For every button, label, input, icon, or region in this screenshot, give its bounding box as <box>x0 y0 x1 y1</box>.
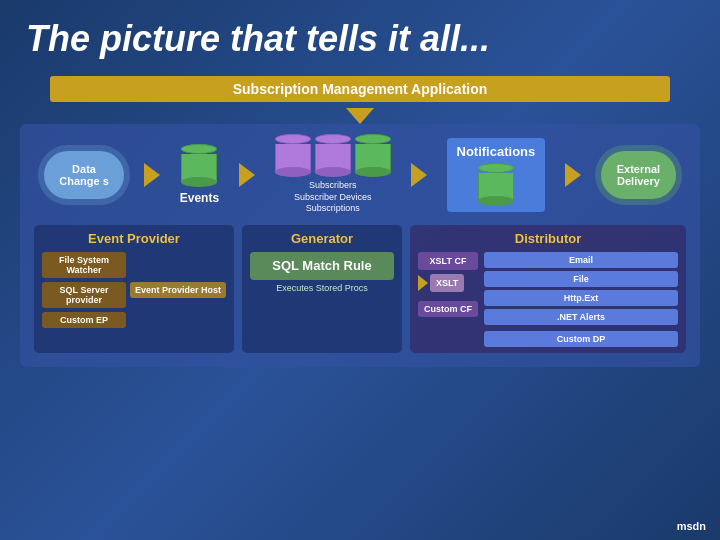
external-delivery-cloud: External Delivery <box>601 151 676 199</box>
distributor-title: Distributor <box>418 231 678 246</box>
arrow-down-from-subbar <box>346 108 374 124</box>
netalerts-item: .NET Alerts <box>484 309 678 325</box>
distributor-panel: Distributor XSLT CF XSLT Custom CF <box>410 225 686 353</box>
dist-row: XSLT CF XSLT Custom CF Email File Ht <box>418 252 678 347</box>
events-label: Events <box>180 191 219 205</box>
sql-server-provider-box: SQL Server provider <box>42 282 126 308</box>
xslt-cf-box: XSLT CF <box>418 252 478 270</box>
dist-left: XSLT CF XSLT Custom CF <box>418 252 478 317</box>
events-cylinder <box>181 144 217 187</box>
sub-mgmt-bar: Subscription Management Application <box>50 76 670 102</box>
ep-items: File System Watcher SQL Server provider … <box>42 252 226 328</box>
generator-title: Generator <box>250 231 394 246</box>
cyl-bottom <box>181 177 217 187</box>
executes-label: Executes Stored Procs <box>250 283 394 295</box>
main-panel: Data Change s Events <box>20 124 700 367</box>
subscribers-cylinder-1 <box>275 134 311 177</box>
cylinders-row <box>275 134 391 177</box>
ep-left: File System Watcher SQL Server provider … <box>42 252 126 328</box>
dist-right: Email File Http.Ext .NET Alerts Custom D… <box>484 252 678 347</box>
xslt-box: XSLT <box>430 274 464 292</box>
subscribers-label: Subscribers Subscriber Devices Subscript… <box>294 180 372 215</box>
file-item: File <box>484 271 678 287</box>
arrow-data-to-events <box>144 163 160 187</box>
file-system-watcher-box: File System Watcher <box>42 252 126 278</box>
dist-bottom: Custom CF <box>418 298 478 317</box>
events-column: Events <box>180 144 219 205</box>
custom-cf-box: Custom CF <box>418 301 478 317</box>
arrow-notifications-to-ext <box>565 163 581 187</box>
custom-ep-box: Custom EP <box>42 312 126 328</box>
httpext-item: Http.Ext <box>484 290 678 306</box>
notifications-box: Notifications <box>447 138 546 212</box>
dist-arrow <box>418 275 428 291</box>
event-provider-title: Event Provider <box>42 231 226 246</box>
sql-match-rule-box: SQL Match Rule <box>250 252 394 280</box>
custom-dp-box: Custom DP <box>484 331 678 347</box>
cyl-top <box>181 144 217 154</box>
bottom-row: Event Provider File System Watcher SQL S… <box>34 225 686 353</box>
event-provider-host-box: Event Provider Host <box>130 282 226 298</box>
subscribers-cylinder-2 <box>315 134 351 177</box>
event-provider-panel: Event Provider File System Watcher SQL S… <box>34 225 234 353</box>
msdn-logo: msdn <box>677 520 706 532</box>
generator-panel: Generator SQL Match Rule Executes Stored… <box>242 225 402 353</box>
dist-arrow-row: XSLT <box>418 274 478 292</box>
email-item: Email <box>484 252 678 268</box>
top-row: Data Change s Events <box>34 134 686 215</box>
data-changes-cloud: Data Change s <box>44 151 124 199</box>
slide-title: The picture that tells it all... <box>10 10 710 68</box>
arrow-events-to-subscribers <box>239 163 255 187</box>
arrow-subscribers-to-notifications <box>411 163 427 187</box>
subscribers-cylinder-3 <box>355 134 391 177</box>
subscribers-group: Subscribers Subscriber Devices Subscript… <box>275 134 391 215</box>
notifications-cylinder <box>457 163 536 206</box>
slide: The picture that tells it all... Subscri… <box>0 0 720 540</box>
